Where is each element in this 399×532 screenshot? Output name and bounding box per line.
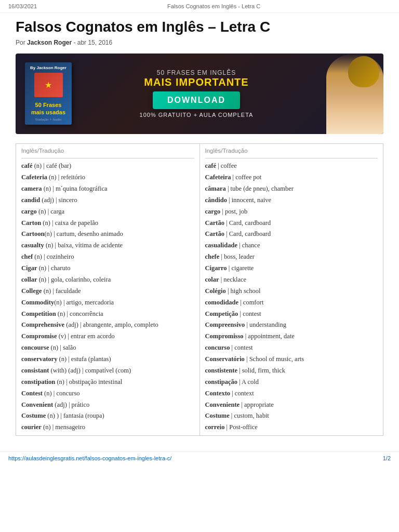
list-item: café | coffee — [205, 161, 378, 172]
list-item: courier (n) | mensageiro — [21, 422, 194, 433]
list-item: cargo | post, job — [205, 206, 378, 218]
list-item: candid (adj) | sincero — [21, 195, 194, 206]
author-name: Jackson Roger — [27, 39, 72, 46]
list-item: Cigar (n) | charuto — [21, 263, 194, 274]
list-item: café (n) | café (bar) — [21, 161, 194, 172]
list-item: Conveniente | appropriate — [205, 400, 378, 411]
list-item: collar (n) | gola, colarinho, coleira — [21, 274, 194, 286]
list-item: consistant (with) (adj) | compatível (co… — [21, 365, 194, 377]
page-title: Falsos Cognatos em Inglês – Letra C — [16, 18, 383, 36]
list-item: Cartoon(n) | cartum, desenho animado — [21, 229, 194, 240]
banner-book-subtitle: Tradução + Áudio — [35, 117, 61, 122]
list-item: Comprehensive (adj) | abrangente, amplo,… — [21, 320, 194, 331]
list-item: Cafeteria (n) | refeitório — [21, 172, 194, 183]
list-item: Conservatório | School of music, arts — [205, 354, 378, 365]
list-item: Compromise (v) | entrar em acordo — [21, 331, 194, 342]
list-item: concourse (n) | salão — [21, 342, 194, 354]
list-item: College (n) | faculdade — [21, 286, 194, 297]
banner-bottom-text: 100% GRATUITO + AULA COMPLETA — [140, 112, 254, 118]
list-item: constipation (n) | obstipação intestinal — [21, 377, 194, 388]
words-table: Inglês/Tradução café (n) | café (bar)Caf… — [16, 143, 383, 436]
right-column: Inglês/Tradução café | coffeeCafeteira |… — [200, 143, 383, 436]
list-item: chefe | boss, leader — [205, 251, 378, 263]
list-item: Competição | contest — [205, 309, 378, 320]
banner-main-text: MAIS IMPORTANTE — [144, 76, 248, 88]
list-item: cargo (n) | carga — [21, 206, 194, 218]
list-item: correio | Post-office — [205, 422, 378, 433]
banner-person — [321, 54, 383, 134]
list-item: casualty (n) | baixa, vítima de acidente — [21, 240, 194, 251]
banner-center: 50 FRASES EM INGLÊS MAIS IMPORTANTE DOWN… — [72, 69, 321, 118]
list-item: constipação | A cold — [205, 377, 378, 388]
list-item: Convenient (adj) | prático — [21, 400, 194, 411]
author-line: Por Jackson Roger - abr 15, 2016 — [16, 39, 383, 46]
list-item: Commodity(n) | artigo, mercadoria — [21, 297, 194, 309]
list-item: Competition (n) | concorrência — [21, 309, 194, 320]
list-item: Colégio | high school — [205, 286, 378, 297]
page-footer: https://aulasdeinglesgratis.net/falsos-c… — [0, 451, 399, 464]
list-item: cândido | innocent, naive — [205, 195, 378, 206]
banner-book: By Jackson Roger ★ 50 Frases mais usadas… — [25, 62, 72, 125]
list-item: Cartão | Card, cardboard — [205, 229, 378, 240]
page-content: Falsos Cognatos em Inglês – Letra C Por … — [0, 13, 399, 446]
banner-book-byline: By Jackson Roger — [30, 65, 66, 71]
banner-book-title: 50 Frases mais usadas — [28, 101, 69, 116]
list-item: conservatory (n) | estufa (plantas) — [21, 354, 194, 365]
list-item: colar | necklace — [205, 274, 378, 286]
top-bar: 16/03/2021 Falsos Cognatos em Inglês - L… — [0, 0, 399, 13]
banner-top-text: 50 FRASES EM INGLÊS — [157, 69, 236, 76]
list-item: Compreensivo | understanding — [205, 320, 378, 331]
list-item: Contexto | context — [205, 388, 378, 400]
author-dash: - — [73, 39, 77, 46]
right-entries-container: café | coffeeCafeteira | coffee potcâmar… — [205, 161, 378, 433]
list-item: Cigarro | cigarette — [205, 263, 378, 274]
right-col-header: Inglês/Tradução — [205, 146, 378, 159]
list-item: Compromisso | appointment, date — [205, 331, 378, 342]
list-item: Costume (n) ) | fantasia (roupa) — [21, 410, 194, 422]
left-entries-container: café (n) | café (bar)Cafeteria (n) | ref… — [21, 161, 194, 433]
left-col-header: Inglês/Tradução — [21, 146, 194, 159]
list-item: Cartão | Card, cardboard — [205, 218, 378, 229]
star-icon: ★ — [45, 80, 52, 90]
list-item: Contest (n) | concurso — [21, 388, 194, 400]
banner-ad[interactable]: By Jackson Roger ★ 50 Frases mais usadas… — [16, 54, 383, 134]
list-item: Cafeteira | coffee pot — [205, 172, 378, 183]
list-item: comodidade | comfort — [205, 297, 378, 309]
list-item: camera (n) | m´quina fotográfica — [21, 183, 194, 195]
list-item: constistente | solid, firm, thick — [205, 365, 378, 377]
list-item: Costume | custom, habit — [205, 410, 378, 422]
top-date: 16/03/2021 — [8, 3, 37, 9]
left-column: Inglês/Tradução café (n) | café (bar)Caf… — [16, 143, 200, 436]
banner-download-button[interactable]: DOWNLOAD — [153, 91, 240, 109]
footer-page: 1/2 — [383, 455, 391, 461]
table-header-row: Inglês/Tradução café (n) | café (bar)Caf… — [16, 143, 383, 436]
list-item: casualidade | chance — [205, 240, 378, 251]
footer-url[interactable]: https://aulasdeinglesgratis.net/falsos-c… — [8, 455, 171, 461]
list-item: Carton (n) | caixa de papelão — [21, 218, 194, 229]
publish-date: abr 15, 2016 — [77, 39, 112, 46]
list-item: câmara | tube (de pneu), chamber — [205, 183, 378, 195]
list-item: chef (n) | cozinheiro — [21, 251, 194, 263]
banner-inner: By Jackson Roger ★ 50 Frases mais usadas… — [16, 54, 383, 134]
author-prefix: Por — [16, 39, 25, 46]
list-item: concurso | contest — [205, 342, 378, 354]
top-title: Falsos Cognatos em Inglês - Letra C — [167, 3, 260, 9]
